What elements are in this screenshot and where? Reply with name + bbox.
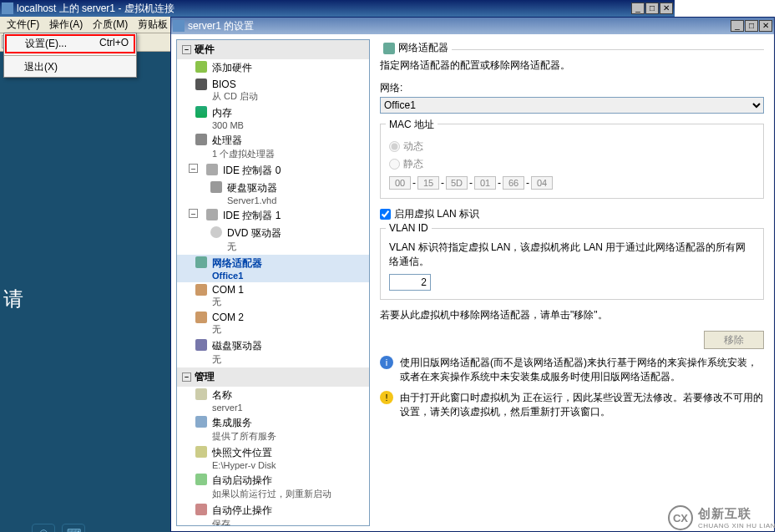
info-icon: i xyxy=(380,356,393,369)
controller-icon xyxy=(206,164,218,175)
menu-settings[interactable]: 设置(E)... Ctrl+O xyxy=(5,34,135,53)
add-icon xyxy=(195,61,207,73)
menu-settings-label: 设置(E)... xyxy=(25,37,67,51)
mac-octet-2 xyxy=(446,176,468,190)
bios-icon xyxy=(195,79,207,90)
vlan-groupbox: VLAN ID VLAN 标识符指定虚拟 LAN，该虚拟机将此 LAN 用于通过… xyxy=(380,228,764,300)
settings-icon xyxy=(173,20,185,32)
expand-icon: – xyxy=(182,372,191,382)
settings-tree: – 硬件 添加硬件 BIOS从 CD 启动 内存300 MB 处理器1 个虚拟处… xyxy=(176,39,370,526)
panel-title: 网络适配器 xyxy=(398,41,448,55)
settings-maximize-button[interactable]: □ xyxy=(745,20,758,32)
settings-close-button[interactable]: ✕ xyxy=(759,20,772,32)
mac-dynamic-label: 动态 xyxy=(403,139,423,154)
watermark: CX 创新互联 CHUANG XIN HU LIAN xyxy=(668,505,776,530)
tree-memory[interactable]: 内存300 MB xyxy=(177,104,369,132)
menu-file[interactable]: 文件(F) xyxy=(2,16,44,33)
menu-action[interactable]: 操作(A) xyxy=(44,16,88,33)
vm-title: localhost 上的 server1 - 虚拟机连接 xyxy=(17,2,631,16)
floppy-icon xyxy=(195,339,207,351)
info-text-1: 使用旧版网络适配器(而不是该网络适配器)来执行基于网络的来宾操作系统安装，或者在… xyxy=(400,356,764,384)
mac-legend: MAC 地址 xyxy=(386,118,438,132)
cpu-icon xyxy=(195,134,207,145)
client-bottom-button-2[interactable]: ⌨ xyxy=(62,524,85,532)
panel-header: 网络适配器 xyxy=(380,44,764,50)
vlan-description: VLAN 标识符指定虚拟 LAN，该虚拟机将此 LAN 用于通过此网络适配器的所… xyxy=(389,241,755,269)
settings-window: server1 的设置 _ □ ✕ – 硬件 添加硬件 BIOS从 CD 启动 … xyxy=(170,17,775,532)
maximize-button[interactable]: □ xyxy=(645,3,659,14)
mac-static-radio[interactable] xyxy=(389,159,400,170)
tree-snapshot-location[interactable]: 快照文件位置E:\Hyper-v Disk xyxy=(177,444,369,472)
vm-icon xyxy=(2,3,13,14)
vlan-id-legend: VLAN ID xyxy=(386,222,432,234)
services-icon xyxy=(195,416,207,428)
collapse-icon[interactable]: – xyxy=(189,209,198,218)
collapse-icon[interactable]: – xyxy=(189,164,198,173)
mac-octet-0 xyxy=(389,176,411,190)
tree-auto-stop[interactable]: 自动停止操作保存 xyxy=(177,502,369,526)
menu-separator xyxy=(4,55,136,56)
vlan-id-input[interactable] xyxy=(389,274,431,291)
autostart-icon xyxy=(195,474,207,485)
tree-com2[interactable]: COM 2无 xyxy=(177,310,369,337)
mac-octet-1 xyxy=(417,176,439,190)
com-icon xyxy=(195,284,207,296)
settings-detail-panel: 网络适配器 指定网络适配器的配置或移除网络适配器。 网络: Office1 MA… xyxy=(375,39,769,526)
warning-icon xyxy=(380,391,393,404)
memory-icon xyxy=(195,106,207,118)
watermark-en: CHUANG XIN HU LIAN xyxy=(698,522,776,529)
tree-ide1-dvd[interactable]: DVD 驱动器无 xyxy=(177,225,369,255)
com-icon xyxy=(195,312,207,323)
controller-icon xyxy=(206,209,218,220)
tree-bios[interactable]: BIOS从 CD 启动 xyxy=(177,77,369,104)
mac-octet-5 xyxy=(531,176,553,190)
tree-ide0-harddisk[interactable]: 硬盘驱动器Server1.vhd xyxy=(177,180,369,207)
menu-exit-label: 退出(X) xyxy=(24,60,58,74)
expand-icon: – xyxy=(182,45,191,54)
tree-com1[interactable]: COM 1无 xyxy=(177,282,369,310)
tree-ide1[interactable]: –IDE 控制器 1 xyxy=(177,207,369,225)
watermark-logo: CX xyxy=(668,505,693,530)
mac-dynamic-radio[interactable] xyxy=(389,141,400,152)
minimize-button[interactable]: _ xyxy=(631,3,645,14)
info-text-2: 由于打开此窗口时虚拟机为 正在运行，因此某些设置无法修改。若要修改不可用的设置，… xyxy=(400,391,764,419)
menu-media[interactable]: 介质(M) xyxy=(88,16,133,33)
tree-network-adapter[interactable]: 网络适配器Office1 xyxy=(177,255,369,282)
tree-integration-services[interactable]: 集成服务提供了所有服务 xyxy=(177,414,369,444)
vlan-enable-row: 启用虚拟 LAN 标识 xyxy=(380,207,764,221)
mac-dynamic-row: 动态 xyxy=(389,139,755,154)
network-icon xyxy=(383,43,395,54)
tree-processor[interactable]: 处理器1 个虚拟处理器 xyxy=(177,132,369,162)
mac-static-label: 静态 xyxy=(403,157,423,171)
category-hardware[interactable]: – 硬件 xyxy=(177,40,369,59)
remove-button[interactable]: 移除 xyxy=(704,331,764,349)
category-management[interactable]: – 管理 xyxy=(177,367,369,387)
autostop-icon xyxy=(195,504,207,515)
menu-clipboard[interactable]: 剪贴板 xyxy=(133,16,173,33)
file-dropdown: 设置(E)... Ctrl+O 退出(X) xyxy=(3,33,137,78)
tree-floppy[interactable]: 磁盘驱动器无 xyxy=(177,337,369,367)
panel-description: 指定网络适配器的配置或移除网络适配器。 xyxy=(380,58,764,73)
tree-add-hardware[interactable]: 添加硬件 xyxy=(177,59,369,77)
network-icon xyxy=(195,256,207,268)
client-bottom-button-1[interactable]: ◎ xyxy=(32,524,55,532)
tree-ide0[interactable]: –IDE 控制器 0 xyxy=(177,162,369,180)
dvd-icon xyxy=(210,226,222,238)
watermark-cn: 创新互联 xyxy=(698,506,776,522)
settings-minimize-button[interactable]: _ xyxy=(731,20,744,32)
network-select[interactable]: Office1 xyxy=(380,97,764,114)
name-icon xyxy=(195,388,207,400)
tree-auto-start[interactable]: 自动启动操作如果以前运行过，则重新启动 xyxy=(177,472,369,502)
harddisk-icon xyxy=(210,181,222,193)
menu-exit[interactable]: 退出(X) xyxy=(4,58,136,77)
tree-name[interactable]: 名称server1 xyxy=(177,387,369,414)
warning-vm-running: 由于打开此窗口时虚拟机为 正在运行，因此某些设置无法修改。若要修改不可用的设置，… xyxy=(380,391,764,419)
settings-titlebar: server1 的设置 _ □ ✕ xyxy=(171,18,774,34)
mac-octet-3 xyxy=(474,176,496,190)
remove-description: 若要从此虚拟机中移除网络适配器，请单击"移除"。 xyxy=(380,308,764,322)
mac-static-row: 静态 xyxy=(389,157,755,171)
mac-groupbox: MAC 地址 动态 静态 - - - - - xyxy=(380,124,764,199)
vlan-enable-checkbox[interactable] xyxy=(380,209,391,220)
settings-title: server1 的设置 xyxy=(188,19,731,33)
close-button[interactable]: ✕ xyxy=(660,3,673,14)
